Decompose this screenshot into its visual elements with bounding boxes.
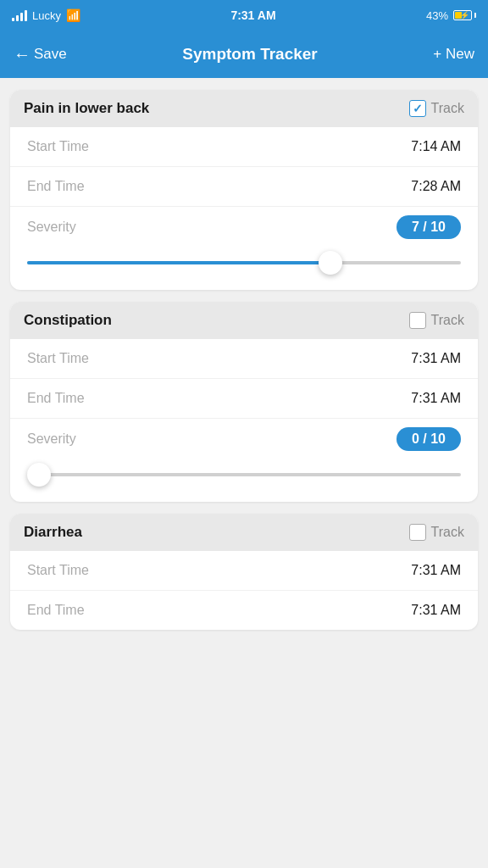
severity-section-constipation: Severity 0 / 10 bbox=[10, 419, 478, 502]
severity-badge-pain-lower-back: 7 / 10 bbox=[396, 215, 461, 239]
slider-thumb-constipation[interactable] bbox=[27, 463, 51, 487]
end-time-value-constipation: 7:31 AM bbox=[411, 391, 461, 406]
battery-icon: ⚡ bbox=[453, 10, 476, 20]
symptom-title-diarrhea: Diarrhea bbox=[24, 524, 82, 541]
status-left: Lucky 📶 bbox=[12, 8, 80, 22]
end-time-row-diarrhea: End Time 7:31 AM bbox=[10, 591, 478, 630]
symptom-card-pain-lower-back: Pain in lower back Track Start Time 7:14… bbox=[10, 90, 478, 290]
track-toggle-diarrhea[interactable]: Track bbox=[409, 524, 464, 541]
track-checkbox-pain-lower-back bbox=[409, 100, 426, 117]
start-time-value-diarrhea: 7:31 AM bbox=[411, 563, 461, 578]
signal-icon bbox=[12, 10, 27, 21]
symptom-title-constipation: Constipation bbox=[24, 312, 112, 329]
card-header-constipation: Constipation Track bbox=[10, 302, 478, 339]
battery-percent: 43% bbox=[426, 9, 448, 22]
content-area: Pain in lower back Track Start Time 7:14… bbox=[0, 78, 488, 642]
severity-label-constipation: Severity bbox=[27, 431, 76, 447]
card-header-pain-lower-back: Pain in lower back Track bbox=[10, 90, 478, 127]
status-time: 7:31 AM bbox=[230, 8, 275, 22]
slider-thumb-pain-lower-back[interactable] bbox=[319, 251, 342, 275]
carrier-label: Lucky bbox=[32, 9, 61, 22]
severity-slider-pain-lower-back[interactable] bbox=[27, 251, 461, 275]
track-toggle-pain-lower-back[interactable]: Track bbox=[409, 100, 464, 117]
back-button[interactable]: ← Save bbox=[14, 45, 67, 64]
start-time-label-diarrhea: Start Time bbox=[27, 563, 89, 578]
start-time-label-pain-lower-back: Start Time bbox=[27, 139, 89, 154]
card-header-diarrhea: Diarrhea Track bbox=[10, 514, 478, 551]
track-label-diarrhea: Track bbox=[431, 525, 464, 540]
start-time-row-constipation: Start Time 7:31 AM bbox=[10, 339, 478, 379]
start-time-row-diarrhea: Start Time 7:31 AM bbox=[10, 551, 478, 591]
status-bar: Lucky 📶 7:31 AM 43% ⚡ bbox=[0, 0, 488, 31]
slider-track-pain-lower-back bbox=[27, 261, 461, 264]
back-label: Save bbox=[34, 46, 67, 63]
track-label-pain-lower-back: Track bbox=[431, 101, 464, 116]
severity-badge-constipation: 0 / 10 bbox=[396, 427, 461, 451]
severity-label-pain-lower-back: Severity bbox=[27, 220, 76, 235]
severity-slider-constipation[interactable] bbox=[27, 463, 461, 487]
end-time-label-pain-lower-back: End Time bbox=[27, 179, 85, 194]
slider-fill-pain-lower-back bbox=[27, 261, 330, 264]
start-time-row-pain-lower-back: Start Time 7:14 AM bbox=[10, 127, 478, 167]
back-arrow-icon: ← bbox=[14, 45, 30, 64]
nav-title: Symptom Tracker bbox=[182, 45, 317, 64]
nav-bar: ← Save Symptom Tracker + New bbox=[0, 31, 488, 78]
end-time-row-pain-lower-back: End Time 7:28 AM bbox=[10, 167, 478, 207]
end-time-value-pain-lower-back: 7:28 AM bbox=[411, 179, 461, 194]
status-right: 43% ⚡ bbox=[426, 9, 476, 22]
end-time-row-constipation: End Time 7:31 AM bbox=[10, 379, 478, 419]
track-checkbox-constipation bbox=[409, 312, 426, 329]
start-time-value-constipation: 7:31 AM bbox=[411, 351, 461, 366]
severity-header-pain-lower-back: Severity 7 / 10 bbox=[27, 215, 461, 239]
severity-section-pain-lower-back: Severity 7 / 10 bbox=[10, 207, 478, 290]
wifi-icon: 📶 bbox=[66, 8, 80, 22]
track-toggle-constipation[interactable]: Track bbox=[409, 312, 464, 329]
severity-header-constipation: Severity 0 / 10 bbox=[27, 427, 461, 451]
end-time-value-diarrhea: 7:31 AM bbox=[411, 603, 461, 618]
start-time-value-pain-lower-back: 7:14 AM bbox=[411, 139, 461, 154]
symptom-title-pain-lower-back: Pain in lower back bbox=[24, 100, 149, 117]
new-button[interactable]: + New bbox=[433, 46, 474, 63]
end-time-label-diarrhea: End Time bbox=[27, 603, 85, 618]
track-checkbox-diarrhea bbox=[409, 524, 426, 541]
start-time-label-constipation: Start Time bbox=[27, 351, 89, 366]
symptom-card-constipation: Constipation Track Start Time 7:31 AM En… bbox=[10, 302, 478, 502]
track-label-constipation: Track bbox=[431, 313, 464, 328]
end-time-label-constipation: End Time bbox=[27, 391, 85, 406]
slider-track-constipation bbox=[27, 473, 461, 476]
symptom-card-diarrhea: Diarrhea Track Start Time 7:31 AM End Ti… bbox=[10, 514, 478, 630]
